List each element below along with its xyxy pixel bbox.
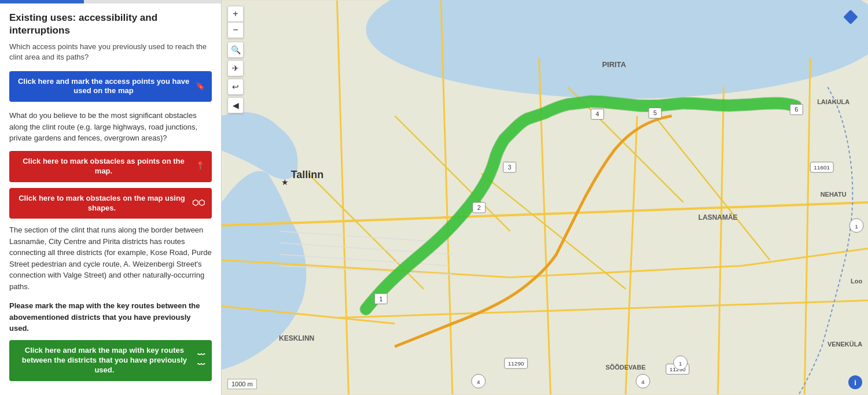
- route-icon: 〰〰: [197, 350, 205, 370]
- svg-text:1: 1: [855, 223, 858, 230]
- svg-text:Tallinn: Tallinn: [291, 169, 323, 180]
- undo-button[interactable]: ↩: [227, 79, 244, 95]
- routes-button[interactable]: Click here and mark the map with key rou…: [9, 340, 212, 381]
- zoom-in-button[interactable]: +: [227, 6, 244, 22]
- left-panel: Existing uses: accessibility and interru…: [0, 0, 222, 395]
- panel-subtitle: Which access points have you previously …: [9, 42, 212, 62]
- zoom-controls: + −: [227, 6, 244, 38]
- svg-text:4: 4: [477, 379, 480, 385]
- svg-text:3: 3: [508, 164, 512, 171]
- obstacles-question: What do you believe to be the most signi…: [9, 110, 212, 144]
- map-controls: + − 🔍 ✈ ↩ ◀: [227, 6, 244, 113]
- svg-text:2: 2: [477, 204, 481, 211]
- compass-icon: ✈: [232, 64, 239, 73]
- map-area[interactable]: 1 2 3 4 5 6 PIRITA LASNAMÄE LAIAKULA NEH…: [222, 0, 868, 395]
- back-icon: ◀: [233, 101, 239, 110]
- bookmark-icon: 🔖: [196, 82, 205, 91]
- obstacles-points-button[interactable]: Click here to mark obstacles as points o…: [9, 151, 212, 182]
- info-icon: i: [854, 378, 856, 387]
- routes-label: Click here and mark the map with key rou…: [16, 346, 193, 375]
- access-points-label: Click here and mark the access points yo…: [16, 77, 191, 97]
- svg-text:KESKLINN: KESKLINN: [279, 334, 314, 342]
- search-button[interactable]: 🔍: [227, 42, 244, 58]
- svg-text:Loo: Loo: [851, 278, 862, 285]
- access-points-button[interactable]: Click here and mark the access points yo…: [9, 71, 212, 102]
- obstacles-points-label: Click here to mark obstacles as points o…: [16, 157, 191, 176]
- zoom-out-button[interactable]: −: [227, 22, 244, 38]
- svg-text:11601: 11601: [814, 164, 830, 171]
- svg-text:11290: 11290: [508, 360, 524, 367]
- map-svg: 1 2 3 4 5 6 PIRITA LASNAMÄE LAIAKULA NEH…: [222, 0, 868, 395]
- pin-icon: 📍: [196, 161, 205, 171]
- svg-text:LAIAKULA: LAIAKULA: [817, 98, 849, 105]
- map-diamond: [841, 7, 860, 25]
- svg-text:1: 1: [379, 296, 382, 302]
- svg-text:4: 4: [595, 110, 599, 117]
- search-icon: 🔍: [231, 45, 241, 54]
- svg-rect-59: [843, 10, 858, 24]
- svg-text:4: 4: [641, 379, 645, 385]
- highlight-text: Please mark the map with the key routes …: [9, 300, 212, 334]
- info-button[interactable]: i: [848, 375, 862, 389]
- svg-text:SÕÕDEVABE: SÕÕDEVABE: [605, 364, 645, 371]
- svg-text:★: ★: [281, 178, 289, 187]
- back-button[interactable]: ◀: [227, 97, 244, 113]
- obstacles-shapes-label: Click here to mark obstacles on the map …: [16, 194, 187, 213]
- shapes-icon: ⬡⬡: [192, 198, 205, 208]
- svg-text:VENEKÜLA: VENEKÜLA: [827, 341, 862, 348]
- svg-text:6: 6: [795, 106, 798, 113]
- undo-icon: ↩: [232, 82, 239, 91]
- compass-button[interactable]: ✈: [227, 60, 244, 76]
- svg-text:1: 1: [679, 360, 682, 367]
- panel-title: Existing uses: accessibility and interru…: [9, 12, 212, 37]
- svg-text:NEHATU: NEHATU: [821, 191, 847, 198]
- panel-content: Existing uses: accessibility and interru…: [0, 3, 221, 395]
- svg-text:PIRITA: PIRITA: [602, 60, 626, 69]
- info-text: The section of the clint that runs along…: [9, 224, 212, 292]
- scale-label: 1000 m: [231, 381, 253, 387]
- obstacles-shapes-button[interactable]: Click here to mark obstacles on the map …: [9, 188, 212, 219]
- scale-bar: 1000 m: [227, 379, 257, 389]
- svg-text:LASNAMÄE: LASNAMÄE: [698, 213, 738, 222]
- svg-text:5: 5: [653, 109, 657, 116]
